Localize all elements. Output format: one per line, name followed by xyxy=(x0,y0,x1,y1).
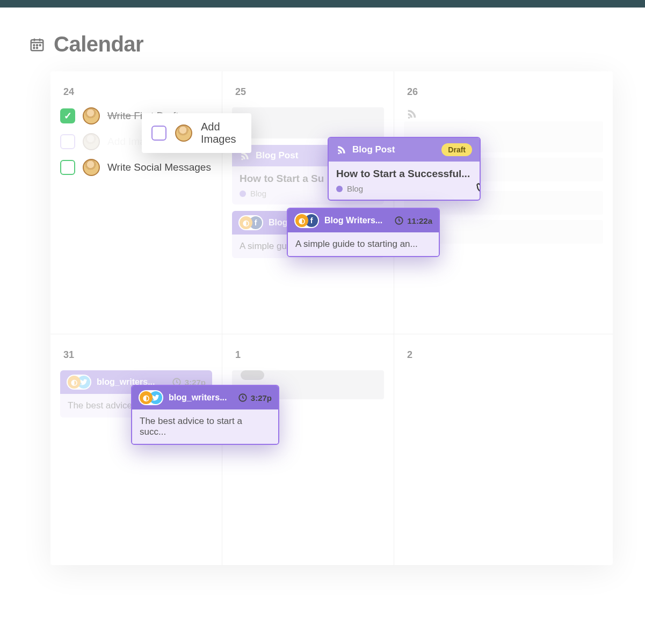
social-post-card-dragging[interactable]: ◐ blog_writers... 3:27p The best advice … xyxy=(131,385,279,445)
rss-icon xyxy=(336,144,347,155)
placeholder-slot xyxy=(232,107,384,138)
social-icon-pill: ◐ f xyxy=(238,215,263,230)
checkbox-unchecked[interactable] xyxy=(60,160,75,175)
social-text: The best advice to start a succ... xyxy=(132,409,278,444)
task-label: Write Social Messages xyxy=(107,162,211,173)
social-account: blog_writers... xyxy=(169,393,227,402)
day-cell-1[interactable]: 1 xyxy=(222,334,394,565)
page-header: Calendar xyxy=(0,8,645,71)
checkbox-unchecked[interactable] xyxy=(151,126,166,141)
task-item[interactable]: Write Social Messages xyxy=(60,159,212,176)
status-badge: Draft xyxy=(441,143,472,156)
avatar xyxy=(175,125,192,142)
checkbox-unchecked[interactable] xyxy=(60,134,75,149)
time-label: 3:27p xyxy=(238,393,272,402)
rss-icon xyxy=(406,108,418,120)
svg-point-7 xyxy=(33,47,34,48)
day-number: 31 xyxy=(60,349,212,361)
day-cell-26[interactable]: 26 xyxy=(394,71,613,334)
time-label: 11:22a xyxy=(394,216,432,225)
social-icon-pill: ◐ xyxy=(67,375,91,390)
card-type-label: Blog Post xyxy=(352,144,395,155)
task-item-dragging[interactable]: Add Images xyxy=(142,113,251,153)
category-dot-icon xyxy=(336,186,343,192)
day-cell-25[interactable]: 25 Blog Post How to Start a Su Blog xyxy=(222,71,394,334)
social-post-card-dragging[interactable]: ◐ f Blog Writers... 11:22a A simple guid… xyxy=(287,208,440,257)
day-number: 1 xyxy=(232,349,384,361)
card-category: Blog xyxy=(347,184,363,193)
calendar-grid: 24 Write First Draft Add Imag Write Soci… xyxy=(50,71,613,565)
profile-icon: ◐ xyxy=(68,376,81,389)
profile-icon: ◐ xyxy=(240,216,252,229)
avatar xyxy=(83,159,100,176)
svg-point-6 xyxy=(40,45,41,46)
day-cell-31[interactable]: 31 ◐ blog_writers... 3:27p xyxy=(50,334,222,565)
day-number: 25 xyxy=(232,86,384,98)
blog-post-card-dragging[interactable]: Blog Post Draft How to Start a Successfu… xyxy=(328,137,481,201)
social-account: Blog Writers... xyxy=(324,216,382,225)
card-title: How to Start a Successful... xyxy=(336,168,472,180)
day-number: 2 xyxy=(404,349,603,361)
day-number: 24 xyxy=(60,86,212,98)
day-cell-24[interactable]: 24 Write First Draft Add Imag Write Soci… xyxy=(50,71,222,334)
svg-point-4 xyxy=(33,45,34,46)
svg-point-8 xyxy=(37,47,38,48)
category-dot-icon xyxy=(240,191,246,197)
social-icon-pill: ◐ xyxy=(139,390,163,405)
avatar xyxy=(83,107,100,125)
profile-icon: ◐ xyxy=(295,214,308,227)
calendar-icon xyxy=(29,36,45,53)
social-text: A simple guide to starting an... xyxy=(288,232,439,256)
task-label: Add Images xyxy=(201,121,236,145)
card-type-label: Blog Post xyxy=(256,150,298,161)
day-number: 26 xyxy=(404,86,603,98)
page-title: Calendar xyxy=(54,32,143,56)
grab-cursor-icon xyxy=(474,172,481,196)
checkbox-checked[interactable] xyxy=(60,108,75,123)
day-cell-2[interactable]: 2 xyxy=(394,334,613,565)
avatar xyxy=(83,133,100,150)
card-category: Blog xyxy=(250,189,266,198)
profile-icon: ◐ xyxy=(140,391,153,404)
social-icon-pill: ◐ f xyxy=(294,213,319,228)
svg-point-5 xyxy=(37,45,38,46)
